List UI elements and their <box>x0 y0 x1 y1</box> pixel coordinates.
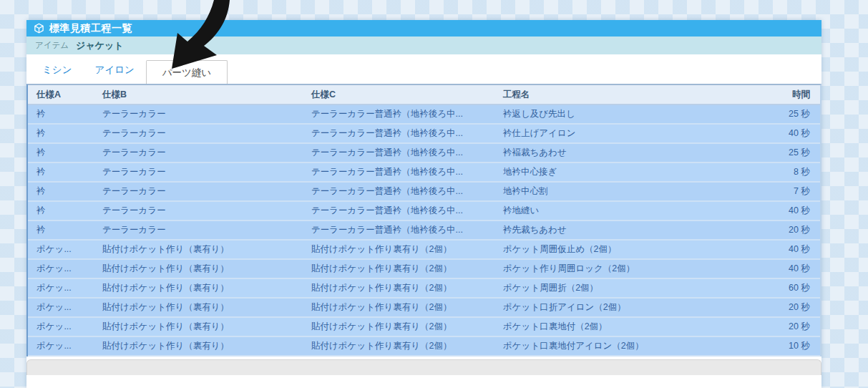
cell-spec-c: テーラーカラー普通衿（地衿後ろ中... <box>303 220 494 240</box>
table-row[interactable]: 衿テーラーカラーテーラーカラー普通衿（地衿後ろ中...衿仕上げアイロン40 秒 <box>28 124 820 143</box>
column-header-2: 仕様B <box>94 85 303 105</box>
cell-spec-b: 貼付けポケット作り（裏有り） <box>94 298 303 317</box>
cell-process-name: ポケット周囲仮止め（2個） <box>494 240 746 259</box>
table-row[interactable]: 衿テーラーカラーテーラーカラー普通衿（地衿後ろ中...衿地縫い40 秒 <box>28 201 820 220</box>
cell-time: 20 秒 <box>746 298 820 317</box>
cell-time: 25 秒 <box>746 105 820 124</box>
column-header-5: 時間 <box>746 85 820 105</box>
cell-time: 8 秒 <box>746 163 820 182</box>
cell-time: 25 秒 <box>746 143 820 163</box>
cell-time: 7 秒 <box>746 182 820 201</box>
cell-spec-a: ポケッ... <box>28 298 94 317</box>
cell-spec-c: 貼付けポケット作り裏有り（2個） <box>303 278 494 298</box>
cell-spec-a: 衿 <box>28 105 94 124</box>
cell-spec-a: ポケッ... <box>28 317 94 336</box>
cell-spec-c: 貼付けポケット作り裏有り（2個） <box>303 240 494 259</box>
cell-time: 40 秒 <box>746 259 820 278</box>
tab-bar: ミシンアイロンパーツ縫い <box>26 54 821 84</box>
cell-time: 40 秒 <box>746 124 820 143</box>
cell-spec-c: 貼付けポケット作り裏有り（2個） <box>303 298 494 317</box>
cell-spec-c: テーラーカラー普通衿（地衿後ろ中... <box>303 124 494 143</box>
table-header-row: 仕様A仕様B仕様C工程名時間 <box>28 85 820 105</box>
cell-spec-a: ポケッ... <box>28 259 94 278</box>
column-header-3: 仕様C <box>303 85 494 105</box>
process-table: 仕様A仕様B仕様C工程名時間 衿テーラーカラーテーラーカラー普通衿（地衿後ろ中.… <box>26 84 821 357</box>
cell-spec-c: テーラーカラー普通衿（地衿後ろ中... <box>303 143 494 163</box>
cell-time: 20 秒 <box>746 220 820 240</box>
cell-spec-c: テーラーカラー普通衿（地衿後ろ中... <box>303 182 494 201</box>
cell-time: 60 秒 <box>746 278 820 298</box>
cell-spec-c: 貼付けポケット作り裏有り（2個） <box>303 259 494 278</box>
cell-process-name: 衿仕上げアイロン <box>494 124 746 143</box>
cell-process-name: ポケット口裏地付（2個） <box>494 317 746 336</box>
table-row[interactable]: ポケッ...貼付けポケット作り（裏有り）貼付けポケット作り裏有り（2個）ポケット… <box>28 259 820 278</box>
item-bar: アイテム ジャケット <box>26 37 821 54</box>
table-row[interactable]: 衿テーラーカラーテーラーカラー普通衿（地衿後ろ中...衿褔裁ちあわせ25 秒 <box>28 143 820 163</box>
cell-spec-c: 貼付けポケット作り裏有り（2個） <box>303 336 494 356</box>
cell-spec-b: テーラーカラー <box>94 105 303 124</box>
table-row[interactable]: ポケッ...貼付けポケット作り（裏有り）貼付けポケット作り裏有り（2個）ポケット… <box>28 317 820 336</box>
table-row[interactable]: ポケッ...貼付けポケット作り（裏有り）貼付けポケット作り裏有り（2個）ポケット… <box>28 278 820 298</box>
cell-process-name: ポケット作り周囲ロック（2個） <box>494 259 746 278</box>
cell-time: 20 秒 <box>746 317 820 336</box>
tab-iron[interactable]: アイロン <box>83 58 145 84</box>
table-row[interactable]: 衿テーラーカラーテーラーカラー普通衿（地衿後ろ中...地衿中心割7 秒 <box>28 182 820 201</box>
cell-process-name: ポケット口折アイロン（2個） <box>494 298 746 317</box>
table-row[interactable]: ポケッ...貼付けポケット作り（裏有り）貼付けポケット作り裏有り（2個）ポケット… <box>28 336 820 356</box>
cell-spec-a: ポケッ... <box>28 278 94 298</box>
cell-spec-b: 貼付けポケット作り（裏有り） <box>94 240 303 259</box>
cell-spec-b: 貼付けポケット作り（裏有り） <box>94 336 303 356</box>
table-row[interactable]: ポケッ...貼付けポケット作り（裏有り）貼付けポケット作り裏有り（2個）ポケット… <box>28 298 820 317</box>
tab-mishin[interactable]: ミシン <box>31 58 83 84</box>
cell-spec-c: テーラーカラー普通衿（地衿後ろ中... <box>303 163 494 182</box>
cell-spec-b: テーラーカラー <box>94 163 303 182</box>
cell-process-name: 地衿中心接ぎ <box>494 163 746 182</box>
cell-process-name: ポケット周囲折（2個） <box>494 278 746 298</box>
cell-spec-a: ポケッ... <box>28 336 94 356</box>
cell-spec-b: 貼付けポケット作り（裏有り） <box>94 317 303 336</box>
cell-spec-b: テーラーカラー <box>94 124 303 143</box>
cell-time: 40 秒 <box>746 240 820 259</box>
cell-spec-b: 貼付けポケット作り（裏有り） <box>94 278 303 298</box>
cell-spec-a: 衿 <box>28 143 94 163</box>
cell-spec-c: テーラーカラー普通衿（地衿後ろ中... <box>303 105 494 124</box>
cell-spec-b: テーラーカラー <box>94 220 303 240</box>
title-bar: 標準見積工程一覧 <box>26 20 821 37</box>
cell-spec-b: テーラーカラー <box>94 182 303 201</box>
cell-spec-c: テーラーカラー普通衿（地衿後ろ中... <box>303 201 494 220</box>
cell-spec-a: ポケッ... <box>28 240 94 259</box>
column-header-1: 仕様A <box>28 85 94 105</box>
cell-spec-c: 貼付けポケット作り裏有り（2個） <box>303 317 494 336</box>
footer-bar <box>26 359 821 375</box>
cell-spec-a: 衿 <box>28 220 94 240</box>
cell-process-name: 地衿中心割 <box>494 182 746 201</box>
table-row[interactable]: 衿テーラーカラーテーラーカラー普通衿（地衿後ろ中...衿先裁ちあわせ20 秒 <box>28 220 820 240</box>
box-cube-icon <box>34 23 44 34</box>
app-window: 標準見積工程一覧 アイテム ジャケット ミシンアイロンパーツ縫い 仕様A仕様B仕… <box>26 20 821 388</box>
cell-spec-b: テーラーカラー <box>94 201 303 220</box>
cell-process-name: 衿返し及び先出し <box>494 105 746 124</box>
cell-spec-a: 衿 <box>28 201 94 220</box>
table-row[interactable]: ポケッ...貼付けポケット作り（裏有り）貼付けポケット作り裏有り（2個）ポケット… <box>28 240 820 259</box>
cell-spec-a: 衿 <box>28 182 94 201</box>
cell-spec-a: 衿 <box>28 124 94 143</box>
cell-spec-b: 貼付けポケット作り（裏有り） <box>94 259 303 278</box>
table-row[interactable]: 衿テーラーカラーテーラーカラー普通衿（地衿後ろ中...地衿中心接ぎ8 秒 <box>28 163 820 182</box>
cell-time: 10 秒 <box>746 336 820 356</box>
item-label: アイテム <box>35 40 69 51</box>
cell-time: 40 秒 <box>746 201 820 220</box>
cell-process-name: ポケット口裏地付アイロン（2個） <box>494 336 746 356</box>
cell-process-name: 衿先裁ちあわせ <box>494 220 746 240</box>
cell-process-name: 衿褔裁ちあわせ <box>494 143 746 163</box>
cell-process-name: 衿地縫い <box>494 201 746 220</box>
page-title: 標準見積工程一覧 <box>49 22 132 35</box>
item-value: ジャケット <box>76 39 124 52</box>
cell-spec-a: 衿 <box>28 163 94 182</box>
cell-spec-b: テーラーカラー <box>94 143 303 163</box>
column-header-4: 工程名 <box>494 85 746 105</box>
tab-parts-sewing[interactable]: パーツ縫い <box>146 60 228 84</box>
table-row[interactable]: 衿テーラーカラーテーラーカラー普通衿（地衿後ろ中...衿返し及び先出し25 秒 <box>28 105 820 124</box>
